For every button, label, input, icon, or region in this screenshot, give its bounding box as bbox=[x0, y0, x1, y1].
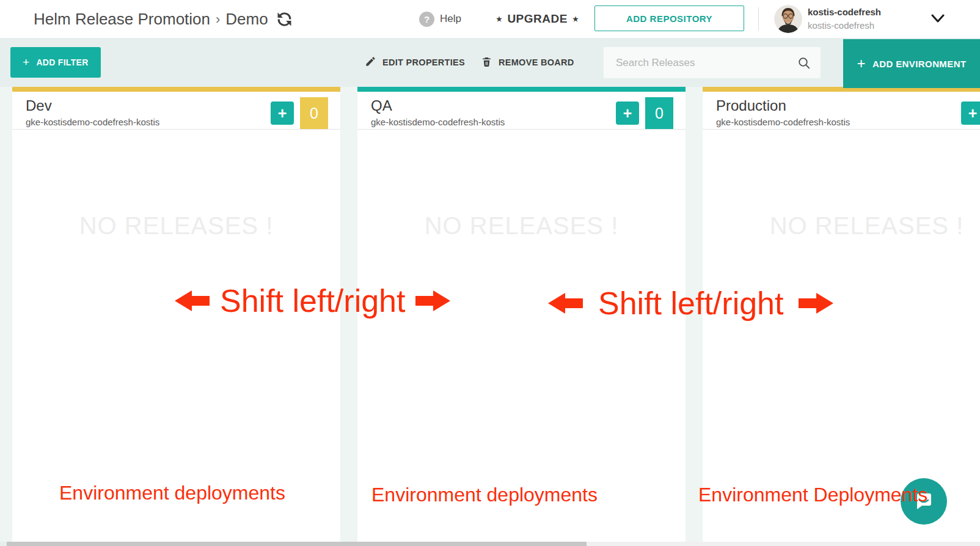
column-cluster: gke-kostisdemo-codefresh-kostis bbox=[716, 117, 980, 127]
shift-annotation: Shift left/right bbox=[548, 287, 833, 319]
user-info[interactable]: kostis-codefresh kostis-codefresh bbox=[808, 5, 881, 32]
deployment-annotation: Environment deployments bbox=[371, 484, 598, 506]
search-input[interactable] bbox=[604, 57, 797, 69]
board-toolbar: + ADD FILTER EDIT PROPERTIES REMOVE BOAR… bbox=[0, 38, 980, 87]
column-header: Dev gke-kostisdemo-codefresh-kostis + 0 bbox=[12, 92, 340, 130]
upgrade-button[interactable]: ★ UPGRADE ★ bbox=[496, 0, 579, 38]
no-releases-text: NO RELEASES ! bbox=[703, 212, 980, 240]
shift-annotation: Shift left/right bbox=[175, 285, 450, 317]
scrollbar-corner bbox=[0, 542, 7, 546]
shift-label: Shift left/right bbox=[598, 287, 783, 319]
chevron-down-icon[interactable] bbox=[929, 10, 947, 29]
add-filter-button[interactable]: + ADD FILTER bbox=[10, 47, 101, 78]
help-label: Help bbox=[440, 13, 461, 25]
breadcrumb: Helm Release Promotion › Demo bbox=[34, 0, 293, 38]
app-header: Helm Release Promotion › Demo ? Help ★ U… bbox=[0, 0, 980, 38]
arrow-right-icon bbox=[798, 293, 833, 314]
add-repository-button[interactable]: ADD REPOSITORY bbox=[594, 6, 744, 31]
breadcrumb-separator: › bbox=[216, 10, 220, 28]
add-environment-button[interactable]: + ADD ENVIRONMENT bbox=[843, 39, 980, 88]
plus-icon: + bbox=[857, 55, 866, 72]
board-name: Demo bbox=[225, 10, 268, 29]
shift-label: Shift left/right bbox=[220, 285, 405, 317]
edit-properties-button[interactable]: EDIT PROPERTIES bbox=[365, 38, 465, 87]
page-title: Helm Release Promotion bbox=[34, 10, 210, 29]
add-filter-label: ADD FILTER bbox=[36, 57, 88, 67]
add-repository-label: ADD REPOSITORY bbox=[626, 13, 712, 24]
help-button[interactable]: ? Help bbox=[419, 0, 461, 38]
horizontal-scrollbar bbox=[0, 542, 980, 546]
arrow-left-icon bbox=[175, 290, 210, 311]
user-subtitle: kostis-codefresh bbox=[808, 19, 881, 32]
star-icon: ★ bbox=[496, 15, 502, 23]
remove-board-label: REMOVE BOARD bbox=[499, 57, 574, 67]
helm-board-page: Helm Release Promotion › Demo ? Help ★ U… bbox=[0, 0, 980, 546]
pencil-icon bbox=[365, 56, 376, 69]
column-header: QA gke-kostisdemo-codefresh-kostis + 0 bbox=[357, 92, 686, 130]
upgrade-label: UPGRADE bbox=[507, 12, 568, 26]
release-count-badge: 0 bbox=[645, 97, 673, 129]
column-header: Production gke-kostisdemo-codefresh-kost… bbox=[703, 92, 980, 130]
column-accent-bar bbox=[12, 87, 340, 92]
trash-icon bbox=[481, 56, 492, 70]
release-count-badge: 0 bbox=[300, 97, 328, 129]
column-accent-bar bbox=[357, 87, 686, 92]
help-icon: ? bbox=[419, 12, 434, 27]
header-divider bbox=[758, 7, 759, 31]
add-release-button[interactable]: + bbox=[271, 101, 294, 125]
star-icon: ★ bbox=[572, 15, 579, 23]
arrow-right-icon bbox=[415, 290, 450, 311]
scrollbar-thumb[interactable] bbox=[7, 542, 587, 546]
no-releases-text: NO RELEASES ! bbox=[357, 212, 686, 240]
refresh-icon[interactable] bbox=[276, 11, 293, 28]
add-release-button[interactable]: + bbox=[961, 101, 980, 125]
add-release-button[interactable]: + bbox=[616, 101, 639, 125]
deployment-annotation: Environment deployments bbox=[59, 482, 285, 504]
remove-board-button[interactable]: REMOVE BOARD bbox=[481, 38, 574, 87]
plus-icon: + bbox=[23, 56, 29, 69]
deployment-annotation: Environment Deployments bbox=[698, 484, 927, 506]
edit-properties-label: EDIT PROPERTIES bbox=[382, 57, 465, 67]
column-title: Production bbox=[716, 97, 980, 114]
search-icon bbox=[797, 56, 811, 70]
no-releases-text: NO RELEASES ! bbox=[12, 212, 340, 240]
search-box bbox=[604, 47, 821, 78]
user-name: kostis-codefresh bbox=[808, 5, 881, 19]
add-environment-label: ADD ENVIRONMENT bbox=[872, 59, 967, 69]
arrow-left-icon bbox=[548, 293, 583, 314]
avatar[interactable] bbox=[774, 5, 802, 33]
